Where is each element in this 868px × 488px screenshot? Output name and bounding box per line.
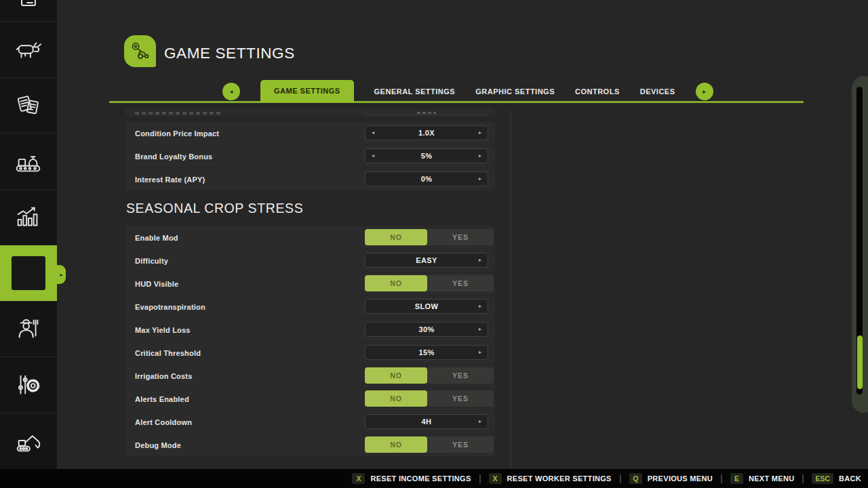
- stepper-evapotranspiration[interactable]: SLOW▸: [365, 299, 488, 314]
- action-back[interactable]: ESC BACK: [812, 473, 861, 484]
- settings-list-top: Condition Price Impact◂1.0X▸Brand Loyalt…: [125, 108, 495, 191]
- list-scrollbar-track[interactable]: [510, 110, 511, 468]
- tab-graphic-settings[interactable]: GRAPHIC SETTINGS: [475, 87, 555, 96]
- setting-label: Alert Cooldown: [135, 418, 192, 426]
- stepper-right-arrow-icon[interactable]: ▸: [479, 149, 481, 163]
- key-q-badge: Q: [629, 473, 642, 484]
- setting-label: Difficulty: [135, 257, 168, 265]
- action-label: BACK: [839, 474, 861, 483]
- toggle-option-yes[interactable]: YES: [427, 390, 494, 407]
- sidebar-item-workers[interactable]: [0, 301, 57, 357]
- settings-row-difficulty: DifficultyEASY▸: [125, 249, 495, 272]
- settings-row-debug-mode: Debug ModeNOYES: [125, 434, 495, 456]
- settings-row-interest-rate-apy: Interest Rate (APY)0%▸: [125, 168, 495, 190]
- tab-game-settings[interactable]: GAME SETTINGS: [260, 80, 354, 102]
- action-reset-income[interactable]: X RESET INCOME SETTINGS: [352, 473, 471, 484]
- tabs-prev-button[interactable]: ◂: [222, 83, 240, 100]
- action-label: NEXT MENU: [749, 474, 794, 483]
- bottom-bar-divider: [802, 474, 804, 483]
- tab-general-settings[interactable]: GENERAL SETTINGS: [374, 87, 456, 96]
- bottom-bar-divider: [620, 474, 621, 483]
- sidebar: [0, 0, 57, 469]
- clipped-value-remnant: [417, 112, 436, 114]
- action-label: RESET INCOME SETTINGS: [370, 474, 471, 483]
- stepper-value: 4H: [366, 415, 488, 428]
- stepper-right-arrow-icon[interactable]: ▸: [479, 172, 481, 186]
- setting-label: Debug Mode: [135, 441, 181, 449]
- construction-excavator-icon: [13, 425, 44, 456]
- key-x-badge: X: [489, 473, 502, 484]
- stepper-alert-cooldown[interactable]: 4H▸: [365, 414, 488, 429]
- setting-label: Brand Loyalty Bonus: [135, 152, 212, 161]
- setting-label: Irrigation Costs: [135, 372, 193, 380]
- action-label: PREVIOUS MENU: [648, 474, 713, 483]
- stepper-condition-price-impact[interactable]: ◂1.0X▸: [365, 125, 488, 140]
- tab-controls[interactable]: CONTROLS: [575, 87, 620, 96]
- toggle-option-no[interactable]: NO: [365, 436, 427, 453]
- sidebar-item-animals[interactable]: [0, 21, 57, 77]
- screen-partial-icon: [14, 0, 43, 11]
- clipped-row-partial: [125, 108, 495, 117]
- key-esc-badge: ESC: [812, 473, 833, 484]
- setting-label: Max Yield Loss: [135, 326, 191, 334]
- key-e-badge: E: [730, 473, 743, 484]
- action-next-menu[interactable]: E NEXT MENU: [730, 473, 794, 484]
- sidebar-item-mod-active[interactable]: [0, 245, 57, 301]
- stepper-max-yield-loss[interactable]: 30%▸: [365, 322, 488, 337]
- sidebar-item-statistics[interactable]: [0, 189, 57, 245]
- animals-cow-icon: [13, 34, 44, 65]
- bottom-bar-divider: [479, 474, 481, 483]
- stepper-right-arrow-icon[interactable]: ▸: [479, 323, 481, 336]
- settings-row-condition-price-impact: Condition Price Impact◂1.0X▸: [125, 122, 495, 144]
- stepper-brand-loyalty-bonus[interactable]: ◂5%▸: [365, 148, 488, 163]
- toggle-option-yes[interactable]: YES: [427, 367, 494, 384]
- stepper-value: EASY: [366, 253, 488, 267]
- sidebar-item-mod-settings[interactable]: [0, 357, 57, 413]
- action-reset-worker[interactable]: X RESET WORKER SETTINGS: [489, 473, 612, 484]
- tab-devices[interactable]: DEVICES: [640, 87, 675, 96]
- stepper-value: 5%: [366, 149, 488, 163]
- settings-row-irrigation-costs: Irrigation CostsNOYES: [125, 365, 495, 387]
- stepper-right-arrow-icon[interactable]: ▸: [479, 346, 481, 359]
- settings-row-critical-threshold: Critical Threshold15%▸: [125, 342, 495, 364]
- active-item-pointer-icon: ▸: [57, 265, 66, 284]
- sidebar-item-production[interactable]: [0, 133, 57, 189]
- stepper-critical-threshold[interactable]: 15%▸: [365, 345, 488, 360]
- toggle-option-no[interactable]: NO: [365, 275, 427, 291]
- toggle-option-yes[interactable]: YES: [427, 436, 494, 453]
- toggle-option-no[interactable]: NO: [365, 390, 427, 407]
- toggle-option-no[interactable]: NO: [365, 367, 427, 384]
- action-previous-menu[interactable]: Q PREVIOUS MENU: [629, 473, 713, 484]
- stepper-interest-rate-apy[interactable]: 0%▸: [365, 171, 488, 186]
- stepper-right-arrow-icon[interactable]: ▸: [479, 415, 481, 428]
- settings-row-evapotranspiration: EvapotranspirationSLOW▸: [125, 296, 495, 318]
- settings-row-alerts-enabled: Alerts EnabledNOYES: [125, 388, 495, 410]
- toggle-option-yes[interactable]: YES: [427, 229, 494, 245]
- mod-settings-sliders-gear-icon: [13, 369, 44, 401]
- bottom-key-bar: X RESET INCOME SETTINGS X RESET WORKER S…: [0, 469, 868, 488]
- stepper-right-arrow-icon[interactable]: ▸: [479, 300, 481, 313]
- sidebar-item-contracts[interactable]: [0, 77, 57, 134]
- stepper-right-arrow-icon[interactable]: ▸: [479, 126, 481, 140]
- stepper-value: 1.0X: [366, 126, 488, 140]
- tabs-next-button[interactable]: ▸: [696, 83, 713, 100]
- stepper-difficulty[interactable]: EASY▸: [365, 253, 488, 268]
- bottom-bar-divider: [721, 474, 722, 483]
- stepper-right-arrow-icon[interactable]: ▸: [479, 253, 481, 267]
- settings-list-section: Enable ModNOYESDifficultyEASY▸HUD Visibl…: [125, 226, 495, 457]
- stepper-value: 0%: [366, 172, 488, 186]
- toggle-option-no[interactable]: NO: [365, 229, 427, 245]
- sidebar-item-top-partial[interactable]: [0, 0, 57, 21]
- toggle-option-yes[interactable]: YES: [427, 275, 494, 291]
- contracts-documents-icon: [13, 89, 44, 121]
- left-arrow-icon: ◂: [230, 88, 233, 95]
- setting-label: Critical Threshold: [135, 349, 201, 357]
- sidebar-item-construction[interactable]: [0, 413, 57, 469]
- toggle-alerts-enabled: NOYES: [365, 390, 494, 407]
- settings-row-enable-mod: Enable ModNOYES: [125, 226, 495, 249]
- section-title: SEASONAL CROP STRESS: [126, 201, 303, 216]
- setting-label: Condition Price Impact: [135, 129, 219, 138]
- setting-label: Alerts Enabled: [135, 395, 189, 403]
- page-scrollbar-thumb[interactable]: [857, 336, 863, 389]
- settings-row-hud-visible: HUD VisibleNOYES: [125, 272, 495, 295]
